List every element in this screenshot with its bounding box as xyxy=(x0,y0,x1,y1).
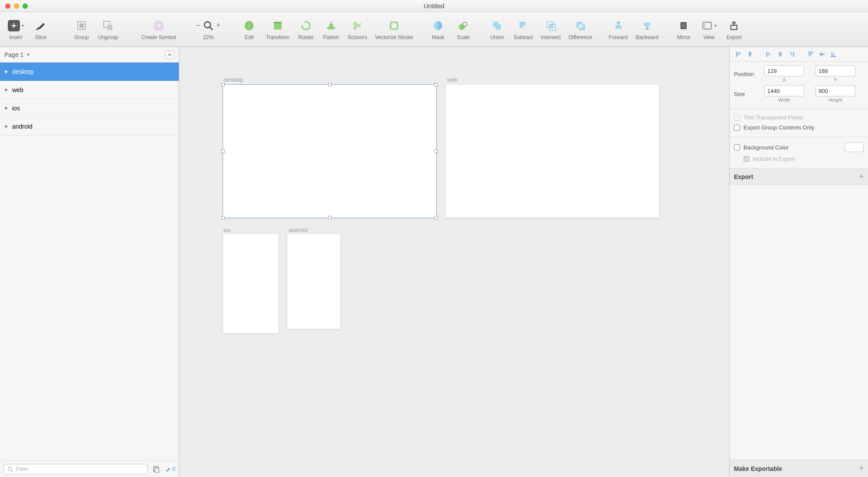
selection-handle[interactable] xyxy=(221,216,225,219)
add-export-button[interactable]: + xyxy=(859,172,864,181)
subtract-icon xyxy=(515,19,532,33)
layer-filter-input[interactable] xyxy=(3,464,148,474)
slices-filter-button[interactable]: 0 xyxy=(165,466,175,472)
insert-button[interactable]: ▾ Insert xyxy=(3,17,28,42)
position-label: Position xyxy=(734,71,764,77)
flatten-button[interactable]: Flatten xyxy=(319,17,343,42)
artboard-label-ios[interactable]: ios xyxy=(224,227,231,233)
vectorize-stroke-button[interactable]: Vectorize Stroke xyxy=(372,17,416,42)
svg-point-4 xyxy=(155,21,163,30)
distribute-center-h-button[interactable] xyxy=(776,50,785,59)
scissors-label: Scissors xyxy=(348,34,367,40)
union-label: Union xyxy=(490,34,504,40)
disclosure-triangle-icon[interactable] xyxy=(4,124,9,129)
window-minimize-button[interactable] xyxy=(14,3,19,9)
selection-handle[interactable] xyxy=(434,149,438,153)
selection-handle[interactable] xyxy=(328,83,332,86)
size-width-input[interactable] xyxy=(764,85,804,96)
layers-panel: Page 1 ▼ desktopwebiosandroid 0 xyxy=(0,47,179,477)
canvas[interactable]: desktopwebiosandroid xyxy=(179,47,729,477)
vectorize-icon xyxy=(385,19,403,33)
transform-icon xyxy=(269,19,286,33)
intersect-button[interactable]: Intersect xyxy=(537,17,564,42)
position-x-input[interactable] xyxy=(764,65,804,76)
filter-text-field[interactable] xyxy=(16,466,144,472)
include-in-export-checkbox[interactable]: Include in Export xyxy=(734,154,864,164)
align-middle-button[interactable] xyxy=(817,50,827,59)
edit-button[interactable]: Edit xyxy=(237,17,261,42)
artboard-desktop[interactable] xyxy=(223,85,436,218)
zoom-out-button[interactable]: − xyxy=(196,21,201,30)
background-color-checkbox[interactable]: Background Color xyxy=(734,141,864,154)
chevron-down-icon: ▼ xyxy=(26,53,30,57)
align-center-h-button[interactable] xyxy=(745,50,755,59)
export-button[interactable]: Export xyxy=(722,17,746,42)
transform-button[interactable]: Transform xyxy=(262,17,293,42)
slice-label: Slice xyxy=(35,34,46,40)
size-height-input[interactable] xyxy=(815,85,855,96)
pages-dropdown[interactable]: Page 1 ▼ xyxy=(0,47,179,63)
svg-point-16 xyxy=(459,24,465,30)
window-title: Untitled xyxy=(0,3,868,10)
subtract-button[interactable]: Subtract xyxy=(510,17,536,42)
window-zoom-button[interactable] xyxy=(23,3,28,9)
export-group-checkbox[interactable]: Export Group Contents Only xyxy=(734,123,864,132)
group-icon xyxy=(73,19,90,33)
trim-checkbox[interactable]: Trim Transparent Pixels xyxy=(734,113,864,123)
layer-row-desktop[interactable]: desktop xyxy=(0,63,179,81)
layer-row-web[interactable]: web xyxy=(0,81,179,99)
mask-button[interactable]: Mask xyxy=(426,17,450,42)
knife-small-icon xyxy=(165,466,171,472)
layer-row-android[interactable]: android xyxy=(0,117,179,136)
layer-row-ios[interactable]: ios xyxy=(0,99,179,117)
slice-button[interactable]: Slice xyxy=(29,17,53,42)
artboard-android[interactable] xyxy=(287,234,340,329)
difference-button[interactable]: Difference xyxy=(565,17,595,42)
align-top-button[interactable] xyxy=(806,50,815,59)
zoom-in-button[interactable]: + xyxy=(216,21,221,30)
union-button[interactable]: Union xyxy=(485,17,509,42)
position-y-input[interactable] xyxy=(815,65,855,76)
forward-button[interactable]: Forward xyxy=(605,17,631,42)
mirror-button[interactable]: Mirror xyxy=(671,17,696,42)
pages-collapse-button[interactable] xyxy=(165,50,174,59)
scale-button[interactable]: Scale xyxy=(451,17,475,42)
selection-handle[interactable] xyxy=(328,216,332,219)
add-exportable-button[interactable]: + xyxy=(859,464,864,473)
distribute-right-button[interactable] xyxy=(787,50,796,59)
background-color-swatch[interactable] xyxy=(845,142,864,152)
backward-button[interactable]: Backward xyxy=(632,17,662,42)
selection-handle[interactable] xyxy=(221,83,225,86)
pages-filter-button[interactable] xyxy=(153,466,160,473)
create-symbol-button[interactable]: Create Symbol xyxy=(138,17,179,42)
artboard-label-web[interactable]: web xyxy=(447,76,457,83)
ungroup-label: Ungroup xyxy=(98,34,118,40)
view-button[interactable]: ▾ View xyxy=(697,17,721,42)
ungroup-button[interactable]: Ungroup xyxy=(95,17,122,42)
selection-handle[interactable] xyxy=(434,216,438,219)
group-button[interactable]: Group xyxy=(69,17,94,42)
disclosure-triangle-icon[interactable] xyxy=(4,70,9,74)
subtract-label: Subtract xyxy=(513,34,533,40)
artboard-label-android[interactable]: android xyxy=(289,227,307,233)
search-icon xyxy=(7,466,13,472)
artboard-ios[interactable] xyxy=(223,234,279,333)
align-left-button[interactable] xyxy=(734,50,743,59)
selection-handle[interactable] xyxy=(434,83,438,86)
window-close-button[interactable] xyxy=(5,3,10,9)
scissors-button[interactable]: Scissors xyxy=(344,17,371,42)
rotate-label: Rotate xyxy=(298,34,313,40)
align-bottom-button[interactable] xyxy=(829,50,838,59)
selection-handle[interactable] xyxy=(221,149,225,153)
artboard-label-desktop[interactable]: desktop xyxy=(224,76,243,83)
slice-count: 0 xyxy=(172,466,175,472)
rotate-button[interactable]: Rotate xyxy=(294,17,318,42)
magnifier-icon[interactable] xyxy=(203,20,214,31)
svg-rect-29 xyxy=(681,23,686,28)
distribute-left-button[interactable] xyxy=(764,50,774,59)
flatten-icon xyxy=(322,19,340,33)
disclosure-triangle-icon[interactable] xyxy=(4,88,9,92)
ungroup-icon xyxy=(99,19,117,33)
disclosure-triangle-icon[interactable] xyxy=(4,106,9,110)
artboard-web[interactable] xyxy=(446,85,659,218)
